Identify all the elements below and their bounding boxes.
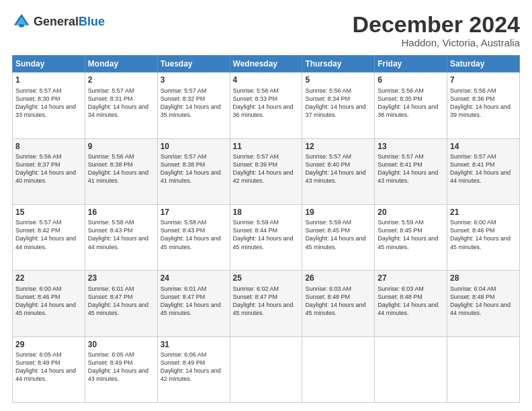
calendar-day-header: Friday [375,56,447,73]
calendar-cell: 15 Sunrise: 5:57 AM Sunset: 8:42 PM Dayl… [13,205,85,271]
calendar-cell: 19 Sunrise: 5:59 AM Sunset: 8:45 PM Dayl… [302,205,375,271]
daylight-label: Daylight: 14 hours and 45 minutes. [161,302,221,316]
sunset-label: Sunset: 8:30 PM [15,95,60,102]
day-number: 22 [15,273,82,283]
sunrise-label: Sunrise: 5:57 AM [15,219,62,226]
calendar-cell: 18 Sunrise: 5:59 AM Sunset: 8:44 PM Dayl… [230,205,302,271]
calendar-week-row: 8 Sunrise: 5:56 AM Sunset: 8:37 PM Dayli… [13,138,520,204]
sunrise-label: Sunrise: 5:58 AM [88,219,134,226]
day-number: 1 [15,75,82,85]
sunset-label: Sunset: 8:45 PM [378,227,423,234]
daylight-label: Daylight: 14 hours and 44 minutes. [15,235,76,250]
calendar-table: SundayMondayTuesdayWednesdayThursdayFrid… [12,55,520,403]
sunset-label: Sunset: 8:41 PM [450,161,495,168]
sunrise-label: Sunrise: 5:57 AM [378,153,424,160]
sunrise-label: Sunrise: 6:01 AM [161,285,207,292]
sunset-label: Sunset: 8:46 PM [450,227,495,234]
day-number: 23 [88,273,154,283]
day-number: 6 [378,75,444,85]
sunrise-label: Sunrise: 6:06 AM [161,351,207,358]
calendar-cell: 1 Sunrise: 5:57 AM Sunset: 8:30 PM Dayli… [13,73,85,138]
sunset-label: Sunset: 8:38 PM [88,161,133,168]
day-number: 19 [305,207,371,218]
day-number: 16 [88,207,154,218]
daylight-label: Daylight: 14 hours and 44 minutes. [88,235,148,250]
day-number: 14 [450,141,517,152]
sunset-label: Sunset: 8:43 PM [161,227,206,234]
sunrise-label: Sunrise: 6:03 AM [378,285,424,292]
calendar-cell: 28 Sunrise: 6:04 AM Sunset: 8:48 PM Dayl… [447,271,520,336]
sunrise-label: Sunrise: 6:04 AM [450,285,496,292]
calendar-cell: 3 Sunrise: 5:57 AM Sunset: 8:32 PM Dayli… [157,73,230,138]
calendar-day-header: Monday [85,56,157,73]
daylight-label: Daylight: 14 hours and 45 minutes. [305,302,365,316]
sunrise-label: Sunrise: 5:57 AM [161,87,207,94]
day-number: 27 [378,273,444,283]
calendar-cell: 2 Sunrise: 5:57 AM Sunset: 8:31 PM Dayli… [85,73,157,138]
calendar-cell: 30 Sunrise: 6:05 AM Sunset: 8:49 PM Dayl… [85,336,157,402]
calendar-day-header: Sunday [13,56,85,73]
sunset-label: Sunset: 8:47 PM [88,293,133,300]
calendar-cell: 26 Sunrise: 6:03 AM Sunset: 8:48 PM Dayl… [302,271,375,336]
sunrise-label: Sunrise: 5:57 AM [88,87,134,94]
day-number: 3 [161,75,227,85]
calendar-header-row: SundayMondayTuesdayWednesdayThursdayFrid… [13,56,520,73]
logo-icon [12,12,31,31]
day-number: 13 [378,141,444,152]
sunrise-label: Sunrise: 5:58 AM [161,219,207,226]
daylight-label: Daylight: 14 hours and 42 minutes. [161,367,221,382]
calendar-cell: 20 Sunrise: 5:59 AM Sunset: 8:45 PM Dayl… [375,205,447,271]
sunset-label: Sunset: 8:49 PM [161,359,206,366]
sunset-label: Sunset: 8:48 PM [305,293,350,300]
sunset-label: Sunset: 8:35 PM [378,95,423,102]
sunrise-label: Sunrise: 5:57 AM [161,153,207,160]
daylight-label: Daylight: 14 hours and 41 minutes. [161,169,221,184]
sunrise-label: Sunrise: 5:57 AM [450,153,496,160]
sunset-label: Sunset: 8:42 PM [15,227,60,234]
sunset-label: Sunset: 8:40 PM [305,161,350,168]
calendar-cell: 27 Sunrise: 6:03 AM Sunset: 8:48 PM Dayl… [375,271,447,336]
daylight-label: Daylight: 14 hours and 45 minutes. [161,235,221,250]
sunset-label: Sunset: 8:39 PM [233,161,278,168]
calendar-week-row: 15 Sunrise: 5:57 AM Sunset: 8:42 PM Dayl… [13,205,520,271]
sunset-label: Sunset: 8:32 PM [161,95,206,102]
sunrise-label: Sunrise: 5:56 AM [233,87,279,94]
calendar-cell: 11 Sunrise: 5:57 AM Sunset: 8:39 PM Dayl… [230,138,302,204]
daylight-label: Daylight: 14 hours and 44 minutes. [450,302,511,316]
calendar-cell [447,336,520,402]
calendar-cell [375,336,447,402]
calendar-day-header: Wednesday [230,56,302,73]
daylight-label: Daylight: 14 hours and 45 minutes. [233,302,294,316]
daylight-label: Daylight: 14 hours and 41 minutes. [88,169,148,184]
day-number: 28 [450,273,517,283]
calendar-cell: 25 Sunrise: 6:02 AM Sunset: 8:47 PM Dayl… [230,271,302,336]
logo-general: General [34,15,79,29]
calendar-cell: 6 Sunrise: 5:56 AM Sunset: 8:35 PM Dayli… [375,73,447,138]
sunrise-label: Sunrise: 5:56 AM [378,87,424,94]
daylight-label: Daylight: 14 hours and 35 minutes. [161,103,221,118]
daylight-label: Daylight: 14 hours and 45 minutes. [378,235,438,250]
sunrise-label: Sunrise: 5:59 AM [378,219,424,226]
calendar-cell: 13 Sunrise: 5:57 AM Sunset: 8:41 PM Dayl… [375,138,447,204]
location-title: Haddon, Victoria, Australia [352,37,520,48]
daylight-label: Daylight: 14 hours and 37 minutes. [305,103,365,118]
sunrise-label: Sunrise: 6:01 AM [88,285,134,292]
calendar-week-row: 22 Sunrise: 6:00 AM Sunset: 8:46 PM Dayl… [13,271,520,336]
calendar-cell: 14 Sunrise: 5:57 AM Sunset: 8:41 PM Dayl… [447,138,520,204]
daylight-label: Daylight: 14 hours and 43 minutes. [88,367,148,382]
sunset-label: Sunset: 8:48 PM [450,293,495,300]
sunset-label: Sunset: 8:31 PM [88,95,133,102]
sunset-label: Sunset: 8:48 PM [378,293,423,300]
calendar-cell: 21 Sunrise: 6:00 AM Sunset: 8:46 PM Dayl… [447,205,520,271]
calendar-cell [302,336,375,402]
logo: GeneralBlue [12,12,105,31]
sunset-label: Sunset: 8:46 PM [15,293,60,300]
day-number: 29 [15,339,82,350]
day-number: 5 [305,75,371,85]
calendar-cell: 5 Sunrise: 5:56 AM Sunset: 8:34 PM Dayli… [302,73,375,138]
title-block: December 2024 Haddon, Victoria, Australi… [352,12,520,48]
day-number: 15 [15,207,82,218]
sunrise-label: Sunrise: 6:00 AM [15,285,62,292]
day-number: 24 [161,273,227,283]
day-number: 8 [15,141,82,152]
